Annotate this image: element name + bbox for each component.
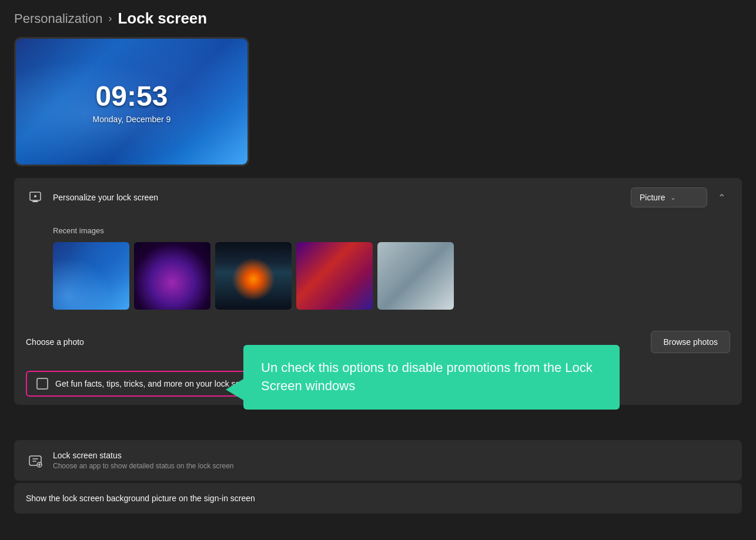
breadcrumb-separator: › <box>108 12 112 25</box>
lock-status-icon <box>26 451 45 470</box>
preview-date: Monday, December 9 <box>93 115 171 124</box>
recent-images-label: Recent images <box>53 226 730 235</box>
thumb-5-bg <box>377 242 454 310</box>
recent-images-section: Recent images <box>14 217 742 321</box>
lock-screen-preview: 09:53 Monday, December 9 <box>14 37 249 166</box>
tooltip-text: Un check this options to disable promoti… <box>261 360 593 393</box>
collapse-button[interactable]: ⌃ <box>713 190 730 206</box>
browse-photos-button[interactable]: Browse photos <box>651 331 730 353</box>
fun-facts-row: Get fun facts, tips, tricks, and more on… <box>14 363 742 405</box>
thumbnail-2[interactable] <box>134 242 210 310</box>
personalize-lock-header: Personalize your lock screen Picture ⌄ ⌃ <box>14 178 742 217</box>
page-title: Lock screen <box>118 9 207 28</box>
thumbnail-5[interactable] <box>377 242 454 310</box>
personalize-lock-right: Picture ⌄ ⌃ <box>631 187 730 207</box>
personalize-lock-card: Personalize your lock screen Picture ⌄ ⌃… <box>14 178 742 405</box>
choose-photo-label: Choose a photo <box>26 337 84 347</box>
preview-time: 09:53 <box>96 80 168 112</box>
thumbnail-1[interactable] <box>53 242 129 310</box>
lock-status-title: Lock screen status <box>53 451 234 460</box>
tooltip-box: Un check this options to disable promoti… <box>243 345 620 410</box>
thumb-2-bg <box>134 242 210 310</box>
svg-point-1 <box>34 195 36 197</box>
lock-screen-status-item[interactable]: Lock screen status Choose an app to show… <box>14 440 742 481</box>
svg-rect-3 <box>34 200 36 202</box>
personalize-lock-left: Personalize your lock screen <box>26 188 158 207</box>
lock-screen-icon <box>26 188 45 207</box>
lock-screen-preview-container: 09:53 Monday, December 9 <box>14 37 742 166</box>
breadcrumb: Personalization › Lock screen <box>0 0 756 37</box>
sign-in-screen-label: Show the lock screen background picture … <box>26 494 255 503</box>
personalize-label: Personalize your lock screen <box>53 193 158 202</box>
dropdown-value: Picture <box>640 193 665 202</box>
lock-status-subtitle: Choose an app to show detailed status on… <box>53 462 234 470</box>
thumb-1-bg <box>53 242 129 310</box>
thumb-3-bg <box>215 242 292 310</box>
chevron-down-icon: ⌄ <box>670 193 676 202</box>
thumbnail-3[interactable] <box>215 242 292 310</box>
main-content: 09:53 Monday, December 9 Personalize you… <box>0 37 756 514</box>
lock-status-content: Lock screen status Choose an app to show… <box>53 451 234 470</box>
thumb-4-bg <box>296 242 373 310</box>
thumbnail-4[interactable] <box>296 242 373 310</box>
tooltip-arrow <box>226 379 243 400</box>
recent-images-row <box>53 242 730 310</box>
sign-in-screen-item[interactable]: Show the lock screen background picture … <box>14 483 742 514</box>
personalize-dropdown[interactable]: Picture ⌄ <box>631 187 707 207</box>
breadcrumb-personalization[interactable]: Personalization <box>14 11 102 26</box>
fun-facts-checkbox[interactable] <box>36 378 48 390</box>
